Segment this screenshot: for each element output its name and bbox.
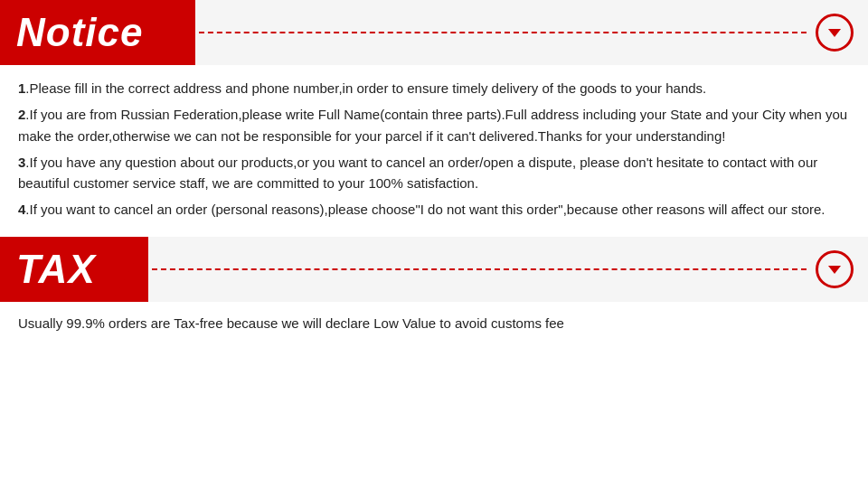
- tax-header-right: [148, 237, 868, 302]
- notice-item-2: 2.If you are from Russian Federation,ple…: [18, 104, 850, 146]
- diagonal-cut-tax: [112, 237, 148, 302]
- notice-content: 1.Please fill in the correct address and…: [0, 65, 868, 235]
- notice-header: Notice: [0, 0, 868, 65]
- tax-title: TAX: [16, 247, 96, 292]
- tax-text: Usually 99.9% orders are Tax-free becaus…: [18, 313, 850, 333]
- notice-item-4: 4.If you want to cancel an order (person…: [18, 199, 850, 220]
- notice-header-right: [195, 0, 868, 65]
- notice-title: Notice: [16, 10, 143, 55]
- notice-item-1: 1.Please fill in the correct address and…: [18, 78, 850, 99]
- tax-header: TAX: [0, 237, 868, 302]
- diagonal-cut-notice: [159, 0, 195, 65]
- svg-marker-1: [828, 266, 841, 274]
- tax-content: Usually 99.9% orders are Tax-free becaus…: [0, 302, 868, 343]
- notice-item-3: 3.If you have any question about our pro…: [18, 152, 850, 194]
- notice-chevron-icon: [816, 14, 854, 52]
- tax-chevron-icon: [816, 250, 854, 288]
- tax-dashed-line: [152, 268, 807, 270]
- notice-dashed-line: [199, 32, 807, 33]
- svg-marker-0: [828, 29, 841, 37]
